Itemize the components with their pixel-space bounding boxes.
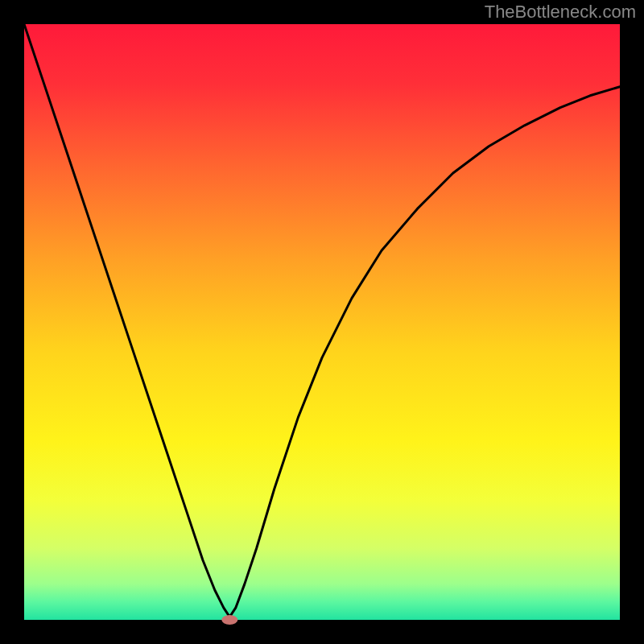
bottleneck-chart xyxy=(0,0,644,644)
optimum-marker xyxy=(221,615,237,625)
watermark-text: TheBottleneck.com xyxy=(485,2,636,23)
plot-background xyxy=(24,24,620,620)
chart-container: TheBottleneck.com xyxy=(0,0,644,644)
